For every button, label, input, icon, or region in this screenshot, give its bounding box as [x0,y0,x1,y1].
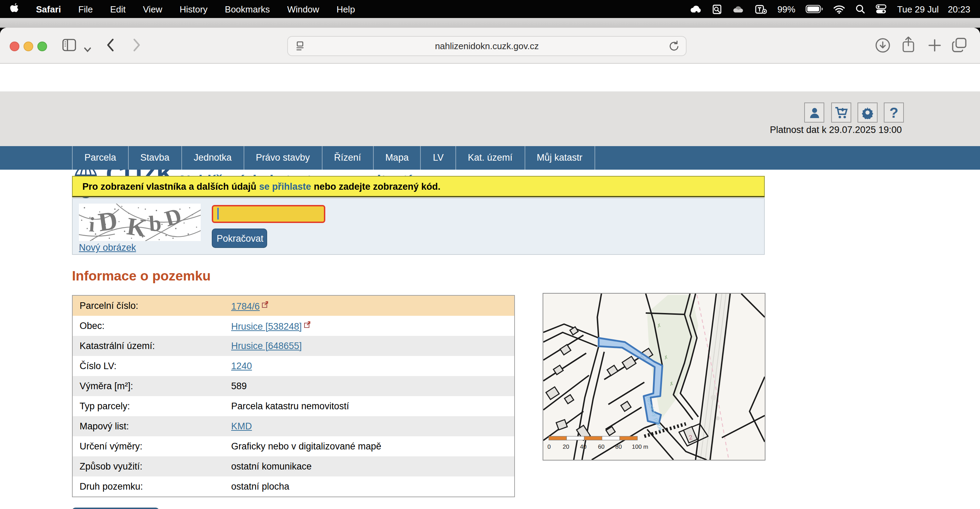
url-text: nahlizenidokn.cuzk.gov.cz [435,41,539,51]
control-center-icon[interactable] [875,4,886,14]
menubar-item-file[interactable]: File [78,4,93,14]
scale-label: 80 [615,444,622,450]
cadastral-area-link[interactable]: Hrusice [648655] [231,341,302,351]
website-settings-icon[interactable] [294,40,306,54]
data-validity-text: Platnost dat k 29.07.2025 19:00 [770,124,902,135]
login-button[interactable] [804,102,824,123]
parcel-number-link[interactable]: 1784/6 [231,301,260,311]
row-label: Výměra [m²]: [80,381,231,391]
tab-overview-icon[interactable] [951,37,968,56]
table-row: Typ parcely: Parcela katastru nemovitost… [73,396,514,416]
address-bar[interactable]: nahlizenidokn.cuzk.gov.cz [287,36,687,56]
captcha-letter: i [88,213,95,236]
screen: Safari File Edit View History Bookmarks … [0,0,980,509]
menubar-item-view[interactable]: View [143,4,162,14]
minimize-window-button[interactable] [24,41,33,51]
zoom-window-button[interactable] [37,41,47,51]
date-text: Tue 29 Jul [897,4,939,14]
row-label: Určení výměry: [80,441,231,452]
help-button[interactable]: ? [884,102,904,123]
nav-tab-pravo-stavby[interactable]: Právo stavby [243,146,321,170]
table-row: Výměra [m²]: 589 [73,376,514,396]
scale-label: 100 m [632,444,648,450]
external-link-icon [261,300,269,308]
reload-icon[interactable] [668,40,679,54]
nav-tab-kat-uzemi[interactable]: Kat. území [455,146,524,170]
menubar-item-edit[interactable]: Edit [110,4,126,14]
desktop-strip [0,18,980,28]
settings-button[interactable] [858,102,878,123]
login-link[interactable]: se přihlaste [259,181,311,191]
close-window-button[interactable] [10,41,19,51]
time-text: 20:23 [948,4,970,14]
chevron-down-icon[interactable] [84,43,91,56]
cadastral-map-image[interactable]: 2 Hrusický potok 0 20 40 60 80 100 m [542,293,765,461]
row-value: ostatní plocha [231,481,289,492]
captcha-letter: D [162,204,184,231]
login-notice: Pro zobrazení vlastníka a dalších údajů … [72,176,765,197]
menubar-item-help[interactable]: Help [336,4,355,14]
row-label: Mapový list: [80,421,231,431]
share-icon[interactable] [901,36,916,57]
parcel-info-table: Parcelní číslo: 1784/6 Obec: Hrusice [53… [72,295,515,497]
forward-button[interactable] [133,38,141,55]
nav-tab-rizeni[interactable]: Řízení [321,146,373,170]
battery-percent: 99% [777,4,795,14]
table-row: Obec: Hrusice [538248] [73,316,514,336]
menubar-clock[interactable]: Tue 29 Jul 20:23 [897,4,970,14]
battery-icon[interactable] [806,5,823,13]
back-button[interactable] [106,38,114,55]
nav-tab-muj-katastr[interactable]: Můj katastr [524,146,595,170]
downloads-icon[interactable] [875,37,891,56]
new-tab-icon[interactable] [928,38,942,56]
onedrive-icon[interactable] [732,5,745,13]
cloud-app-icon[interactable] [690,4,702,14]
menubar-item-window[interactable]: Window [287,4,320,14]
captcha-code-input[interactable] [212,205,325,223]
captcha-letter: K [125,212,148,241]
nav-tab-stavba[interactable]: Stavba [128,146,181,170]
notice-text-before: Pro zobrazení vlastníka a dalších údajů [82,181,256,191]
row-value: ostatní komunikace [231,461,312,472]
municipality-link[interactable]: Hrusice [538248] [231,321,302,331]
row-label: Parcelní číslo: [80,300,231,311]
lv-number-link[interactable]: 1240 [231,361,252,371]
spotlight-icon[interactable] [856,4,865,14]
nav-tab-lv[interactable]: LV [420,146,455,170]
cart-button[interactable] [831,102,851,123]
row-label: Typ parcely: [80,401,231,412]
menubar-item-history[interactable]: History [180,4,208,14]
table-row: Druh pozemku: ostatní plocha [73,477,514,496]
nav-tab-parcela[interactable]: Parcela [72,146,128,170]
scale-label: 0 [547,444,550,450]
screen-capture-icon[interactable] [712,4,722,14]
neighbor-parcels-button[interactable]: Sousední parcely [72,507,159,509]
new-captcha-link[interactable]: Nový obrázek [79,243,136,253]
nav-tab-mapa[interactable]: Mapa [373,146,420,170]
row-label: Způsob využití: [80,461,231,472]
wifi-icon[interactable] [833,5,845,13]
sidebar-icon[interactable] [62,39,76,54]
table-row: Katastrální území: Hrusice [648655] [73,336,514,356]
menubar-item-safari[interactable]: Safari [36,4,61,14]
captcha-panel: i D K b D Nový obrázek Pokračovat [72,198,765,255]
menubar-item-bookmarks[interactable]: Bookmarks [225,4,270,14]
continue-button[interactable]: Pokračovat [212,228,267,248]
main-navigation: Parcela Stavba Jednotka Právo stavby Říz… [0,146,980,170]
nav-tab-jednotka[interactable]: Jednotka [181,146,243,170]
site-header: ČÚZK Nahlížení do katastru nemovitostí ?… [0,91,980,146]
apple-icon[interactable] [10,2,19,16]
external-link-icon [303,320,311,328]
captcha-image: i D K b D [79,204,201,241]
table-row: Mapový list: KMD [73,416,514,436]
row-label: Obec: [80,321,231,331]
row-label: Číslo LV: [80,361,231,371]
map-sheet-link[interactable]: KMD [231,421,252,431]
text-badge-icon[interactable] [755,4,767,14]
table-row: Číslo LV: 1240 [73,356,514,376]
table-row: Určení výměry: Graficky nebo v digitaliz… [73,436,514,456]
scale-label: 60 [598,444,605,450]
text-cursor [217,208,219,220]
section-heading: Informace o pozemku [72,268,211,284]
row-label: Druh pozemku: [80,481,231,492]
